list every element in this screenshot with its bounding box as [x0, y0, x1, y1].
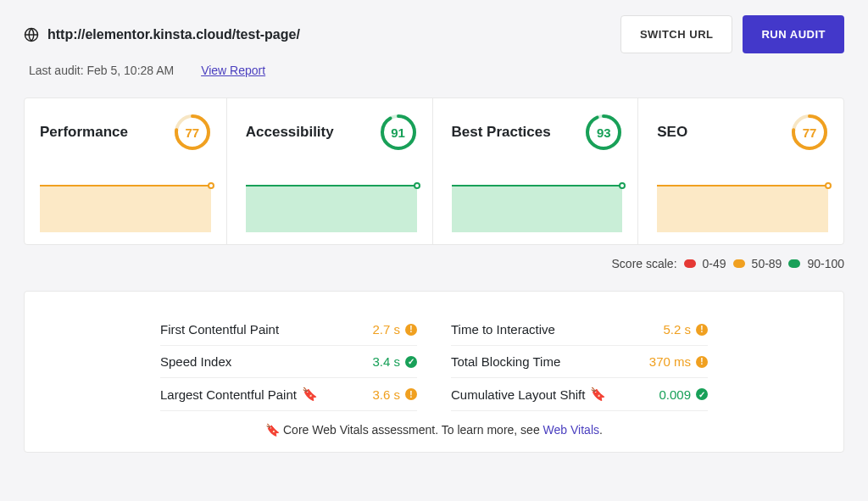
scale-label: Score scale: [612, 257, 677, 270]
last-audit-text: Last audit: Feb 5, 10:28 AM [29, 64, 174, 77]
metrics-panel: First Contentful Paint 2.7 s! Speed Inde… [24, 291, 844, 453]
card-performance[interactable]: Performance 77 [25, 98, 227, 244]
scale-range-2: 50-89 [752, 257, 782, 270]
check-icon: ✓ [405, 356, 417, 368]
url-text: http://elementor.kinsta.cloud/test-page/ [47, 27, 300, 42]
metric-label: Speed Index [160, 354, 231, 369]
scale-dot-green [788, 259, 800, 268]
gauge-score: 93 [585, 114, 622, 151]
gauge-accessibility: 91 [380, 114, 417, 151]
metric-label: Total Blocking Time [451, 354, 560, 369]
gauge-score: 91 [380, 114, 417, 151]
globe-icon [24, 27, 39, 42]
url-display: http://elementor.kinsta.cloud/test-page/ [24, 27, 300, 42]
metric-value: 370 ms [649, 354, 691, 369]
card-best-practices[interactable]: Best Practices 93 [437, 98, 639, 244]
web-vitals-link[interactable]: Web Vitals [543, 423, 599, 437]
metric-label: Cumulative Layout Shift [451, 387, 585, 402]
card-title: Best Practices [452, 124, 551, 141]
metric-label: Largest Contentful Paint [160, 387, 297, 402]
footnote-text-b: . [599, 423, 603, 437]
gauge-seo: 77 [791, 114, 828, 151]
gauge-score: 77 [791, 114, 828, 151]
view-report-link[interactable]: View Report [201, 64, 265, 77]
footnote: 🔖 Core Web Vitals assessment. To learn m… [160, 423, 708, 437]
action-buttons: SWITCH URL RUN AUDIT [620, 15, 844, 53]
switch-url-button[interactable]: SWITCH URL [620, 15, 733, 53]
scale-range-1: 0-49 [703, 257, 726, 270]
score-scale: Score scale: 0-49 50-89 90-100 [24, 257, 844, 270]
bookmark-icon: 🔖 [590, 387, 606, 402]
bookmark-icon: 🔖 [302, 387, 318, 402]
sparkline [452, 185, 623, 232]
sub-header: Last audit: Feb 5, 10:28 AM View Report [29, 64, 844, 77]
metric-tbt: Total Blocking Time 370 ms! [451, 346, 708, 378]
warning-icon: ! [696, 356, 708, 368]
card-title: Accessibility [246, 124, 334, 141]
metric-value: 5.2 s [663, 322, 691, 337]
metric-si: Speed Index 3.4 s✓ [160, 346, 417, 378]
card-title: SEO [657, 124, 687, 141]
gauge-best-practices: 93 [585, 114, 622, 151]
metric-fcp: First Contentful Paint 2.7 s! [160, 314, 417, 346]
metric-lcp: Largest Contentful Paint 🔖 3.6 s! [160, 378, 417, 411]
warning-icon: ! [405, 324, 417, 336]
card-seo[interactable]: SEO 77 [642, 98, 843, 244]
warning-icon: ! [696, 324, 708, 336]
metric-tti: Time to Interactive 5.2 s! [451, 314, 708, 346]
header: http://elementor.kinsta.cloud/test-page/… [24, 15, 844, 53]
sparkline [40, 185, 211, 232]
score-cards: Performance 77 Accessibility 91 Best Pra… [24, 97, 844, 245]
scale-range-3: 90-100 [807, 257, 844, 270]
card-accessibility[interactable]: Accessibility 91 [231, 98, 433, 244]
metric-label: First Contentful Paint [160, 322, 279, 337]
metric-value: 2.7 s [372, 322, 400, 337]
card-title: Performance [40, 124, 128, 141]
check-icon: ✓ [696, 388, 708, 400]
scale-dot-red [684, 259, 696, 268]
run-audit-button[interactable]: RUN AUDIT [743, 15, 844, 53]
footnote-text-a: Core Web Vitals assessment. To learn mor… [283, 423, 543, 437]
gauge-score: 77 [174, 114, 211, 151]
gauge-performance: 77 [174, 114, 211, 151]
bookmark-icon: 🔖 [265, 423, 280, 437]
metric-value: 0.009 [659, 387, 691, 402]
sparkline [246, 185, 417, 232]
metric-label: Time to Interactive [451, 322, 555, 337]
metric-value: 3.6 s [372, 387, 400, 402]
scale-dot-orange [733, 259, 745, 268]
warning-icon: ! [405, 388, 417, 400]
metric-value: 3.4 s [372, 354, 400, 369]
sparkline [657, 185, 828, 232]
metric-cls: Cumulative Layout Shift 🔖 0.009✓ [451, 378, 708, 411]
